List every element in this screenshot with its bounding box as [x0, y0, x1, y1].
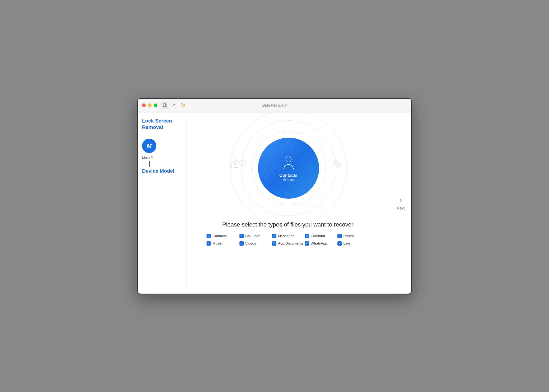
file-type-videos[interactable]: ✓ Videos [239, 241, 272, 246]
checkbox-contacts[interactable]: ✓ [207, 234, 211, 238]
sidebar: Lock Screen Removal M Moto Z Device Mode… [138, 112, 187, 294]
device-section: M Moto Z Device Model [142, 139, 182, 174]
window-title: Data Recovery [262, 103, 287, 107]
checkbox-music[interactable]: ✓ [207, 241, 211, 246]
file-type-label: Line [343, 241, 350, 245]
main-window: Data Recovery Lock Screen Removal M Moto… [137, 98, 412, 294]
checkbox-calendar[interactable]: ✓ [305, 234, 309, 238]
main-content: Lock Screen Removal M Moto Z Device Mode… [138, 112, 411, 294]
file-type-photos[interactable]: ✓ Photos [337, 234, 370, 238]
center-area: LINE [187, 112, 390, 294]
title-bar: Data Recovery [138, 99, 411, 112]
circle-count: 10 Items [282, 178, 294, 182]
file-type-label: Call Logs [245, 234, 260, 238]
file-type-label: Videos [245, 241, 256, 245]
checkbox-calllogs[interactable]: ✓ [239, 234, 244, 238]
checkbox-whatsapp[interactable]: ✓ [305, 241, 309, 246]
copy-icon[interactable] [161, 102, 169, 109]
toolbar-icons [161, 102, 187, 109]
svg-point-5 [184, 106, 184, 107]
maximize-button[interactable] [154, 103, 157, 107]
checkbox-appdocs[interactable]: ✓ [272, 241, 276, 246]
device-divider [149, 161, 150, 167]
circle-label: Contacts [279, 173, 297, 178]
device-name: Moto Z [142, 156, 153, 160]
file-type-label: Calendar [311, 234, 325, 238]
file-type-label: Photos [343, 234, 354, 238]
file-type-label: WhatsApp [311, 241, 327, 245]
circles-visualization: LINE [228, 118, 350, 219]
right-panel: › Next [390, 112, 411, 294]
file-type-music[interactable]: ✓ Music [207, 241, 239, 246]
file-type-label: App Documents [278, 241, 303, 245]
minimize-button[interactable] [148, 103, 152, 107]
lock-icon[interactable] [170, 102, 178, 109]
checkbox-photos[interactable]: ✓ [337, 234, 342, 238]
phone-float-icon [333, 158, 344, 170]
svg-rect-1 [163, 104, 166, 106]
device-icon: M [142, 139, 156, 153]
file-type-label: Messages [278, 234, 294, 238]
traffic-lights [142, 103, 157, 107]
file-type-calllogs[interactable]: ✓ Call Logs [239, 234, 272, 238]
file-type-appdocs[interactable]: ✓ App Documents [272, 241, 305, 246]
file-type-line[interactable]: ✓ Line [337, 241, 370, 246]
close-button[interactable] [142, 103, 146, 107]
main-data-circle: Contacts 10 Items [258, 138, 319, 199]
checkbox-videos[interactable]: ✓ [239, 241, 244, 246]
file-type-messages[interactable]: ✓ Messages [272, 234, 305, 238]
file-type-label: Contacts [212, 234, 226, 238]
svg-point-4 [182, 106, 183, 107]
motorola-logo: M [147, 143, 152, 149]
file-type-label: Music [212, 241, 222, 245]
file-type-contacts[interactable]: ✓ Contacts [207, 234, 239, 238]
next-button-label[interactable]: Next [397, 206, 405, 210]
next-arrow-icon[interactable]: › [400, 195, 402, 204]
svg-point-6 [286, 157, 291, 162]
file-type-whatsapp[interactable]: ✓ WhatsApp [305, 241, 337, 246]
file-type-calendar[interactable]: ✓ Calendar [305, 234, 337, 238]
device-model-label: Device Model [142, 168, 174, 174]
feature-title: Lock Screen Removal [142, 118, 182, 131]
checkbox-messages[interactable]: ✓ [272, 234, 276, 238]
cart-icon[interactable] [179, 102, 187, 109]
file-types-grid: ✓ Contacts ✓ Call Logs ✓ Messages ✓ Cale… [207, 234, 370, 246]
person-icon [281, 155, 297, 173]
checkbox-line[interactable]: ✓ [337, 241, 342, 246]
svg-point-3 [174, 106, 174, 106]
